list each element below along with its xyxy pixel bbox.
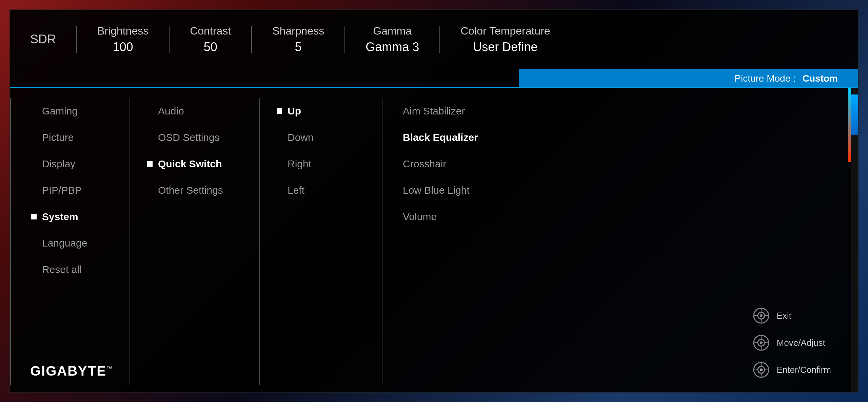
pipbp-bullet-placeholder (31, 188, 37, 193)
brightness-item: Brightness 100 (77, 25, 169, 54)
osd-bullet-placeholder (147, 135, 153, 140)
sdr-label: SDR (30, 32, 76, 46)
picture-mode-label: Picture Mode : (734, 73, 796, 84)
enter-confirm-icon (752, 361, 770, 379)
up-bullet (277, 108, 282, 114)
gamma-item: Gamma Gamma 3 (345, 25, 439, 54)
sharpness-item: Sharpness 5 (252, 25, 344, 54)
contrast-item: Contrast 50 (170, 25, 251, 54)
bottom-controls: Exit Move/Adjust (752, 307, 831, 379)
control-enter-confirm: Enter/Confirm (752, 361, 831, 379)
menu-item-aim-stabilizer[interactable]: Aim Stabilizer (403, 98, 858, 124)
move-adjust-icon (752, 334, 770, 352)
control-move-adjust: Move/Adjust (752, 334, 831, 352)
menu-item-crosshair[interactable]: Crosshair (403, 151, 858, 177)
picture-mode-bar: Picture Mode : Custom (10, 69, 858, 88)
menu-item-other-settings[interactable]: Other Settings (147, 177, 259, 204)
svg-point-2 (760, 314, 763, 317)
menu-item-gaming[interactable]: Gaming (31, 98, 130, 124)
picture-mode-value: Custom (803, 73, 838, 84)
color-temp-item: Color Temperature User Define (440, 25, 570, 54)
resetall-bullet-placeholder (31, 267, 37, 272)
menu-item-left[interactable]: Left (277, 177, 382, 204)
osd-container: SDR Brightness 100 Contrast 50 Sharpness… (9, 9, 859, 393)
audio-bullet-placeholder (147, 108, 153, 114)
menu-item-audio[interactable]: Audio (147, 98, 259, 124)
brand-logo: GIGABYTE™ (30, 363, 113, 379)
menu-item-volume[interactable]: Volume (403, 204, 858, 230)
scrollbar-thumb (851, 94, 858, 135)
menu-item-picture[interactable]: Picture (31, 124, 130, 151)
exit-icon (752, 307, 770, 324)
menu-item-system[interactable]: System (31, 204, 130, 230)
menu-item-right[interactable]: Right (277, 151, 382, 177)
menu-item-black-equalizer[interactable]: Black Equalizer (403, 124, 858, 151)
svg-point-16 (760, 368, 763, 371)
right-bullet-placeholder (277, 161, 282, 167)
menu-item-resetall[interactable]: Reset all (31, 256, 130, 283)
scrollbar-accent (848, 88, 851, 162)
menu-item-language[interactable]: Language (31, 230, 130, 256)
language-bullet-placeholder (31, 240, 37, 246)
col2-menu: Audio OSD Settings Quick Switch Other Se… (130, 91, 259, 392)
menu-item-pipbp[interactable]: PIP/PBP (31, 177, 130, 204)
system-bullet (31, 214, 37, 219)
menu-item-display[interactable]: Display (31, 151, 130, 177)
col3-direction: Up Down Right Left (260, 91, 382, 392)
control-exit: Exit (752, 307, 831, 324)
menu-item-osd-settings[interactable]: OSD Settings (147, 124, 259, 151)
top-bar: SDR Brightness 100 Contrast 50 Sharpness… (10, 10, 858, 69)
svg-point-9 (760, 341, 763, 344)
menu-item-quick-switch[interactable]: Quick Switch (147, 151, 259, 177)
picture-bullet-placeholder (31, 135, 37, 140)
quick-switch-bullet (147, 161, 153, 167)
main-content: Gaming Picture Display PIP/PBP System La… (10, 88, 858, 392)
down-bullet-placeholder (277, 135, 282, 140)
menu-item-low-blue-light[interactable]: Low Blue Light (403, 177, 858, 204)
col1-menu: Gaming Picture Display PIP/PBP System La… (11, 91, 130, 392)
display-bullet-placeholder (31, 161, 37, 167)
menu-item-up[interactable]: Up (277, 98, 382, 124)
other-bullet-placeholder (147, 188, 153, 193)
gaming-bullet-placeholder (31, 108, 37, 114)
menu-item-down[interactable]: Down (277, 124, 382, 151)
left-bullet-placeholder (277, 188, 282, 193)
scrollbar[interactable] (851, 88, 858, 392)
